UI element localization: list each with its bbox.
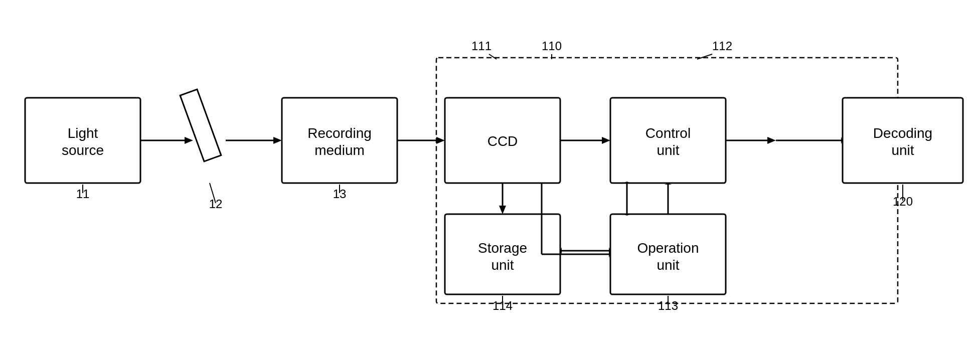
- beam-splitter: [180, 89, 221, 161]
- svg-line-10: [697, 54, 712, 59]
- decoding-unit-label2: unit: [891, 142, 914, 158]
- arrow-1: [185, 137, 193, 144]
- ref-111: 111: [471, 39, 492, 53]
- arrow-6: [499, 206, 506, 214]
- light-source-label2: source: [62, 142, 104, 158]
- storage-unit-label2: unit: [491, 257, 514, 273]
- svg-rect-2: [180, 89, 221, 161]
- arrow-3: [436, 137, 445, 144]
- diagram-container: Light source 11 12 Recording medium 13: [0, 0, 980, 342]
- ref-12: 12: [209, 197, 223, 211]
- ref-112: 112: [712, 39, 732, 53]
- operation-unit-label2: unit: [657, 257, 679, 273]
- arrow-4: [602, 137, 610, 144]
- ccd-label: CCD: [487, 133, 518, 149]
- arrow-2: [273, 137, 282, 144]
- ref-110: 110: [542, 39, 562, 53]
- recording-medium-label2: medium: [314, 142, 365, 158]
- decoding-unit-label1: Decoding: [873, 125, 932, 141]
- storage-unit-label1: Storage: [478, 240, 527, 256]
- arrow-5: [767, 137, 776, 144]
- svg-line-8: [489, 54, 497, 59]
- light-source-label: Light: [68, 125, 98, 141]
- recording-medium-label1: Recording: [307, 125, 372, 141]
- control-unit-label1: Control: [645, 125, 691, 141]
- operation-unit-label1: Operation: [637, 240, 699, 256]
- control-unit-label2: unit: [657, 142, 679, 158]
